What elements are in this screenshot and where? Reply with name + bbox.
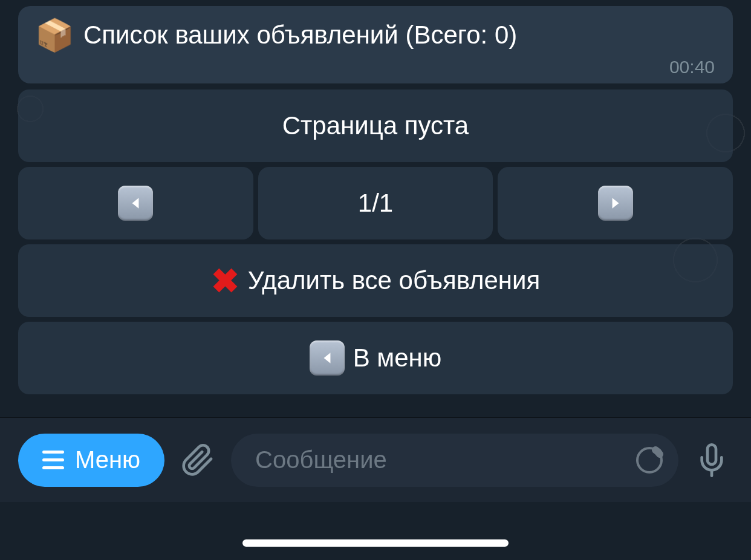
- back-to-menu-label: В меню: [353, 343, 442, 373]
- input-bar: Меню: [0, 417, 751, 502]
- bot-message-bubble: 📦 Список ваших объявлений (Всего: 0) 00:…: [18, 6, 733, 83]
- sticker-icon: [635, 446, 664, 475]
- attach-button[interactable]: [177, 439, 219, 481]
- chat-area: 📦 Список ваших объявлений (Всего: 0) 00:…: [0, 0, 751, 394]
- menu-button[interactable]: Меню: [18, 434, 164, 487]
- inline-keyboard: Страница пуста 1/1 ✖ Удалить все объявле: [18, 90, 733, 394]
- arrow-left-icon: [118, 186, 153, 221]
- arrow-left-icon: [310, 340, 345, 376]
- sticker-button[interactable]: [632, 443, 666, 477]
- delete-all-label: Удалить все объявления: [248, 266, 541, 295]
- message-input[interactable]: [255, 446, 626, 474]
- page-indicator-label: 1/1: [358, 189, 393, 218]
- prev-page-button[interactable]: [18, 167, 253, 239]
- arrow-right-icon: [598, 186, 633, 221]
- empty-page-label: Страница пуста: [282, 111, 469, 140]
- message-input-container: [231, 434, 678, 487]
- paperclip-icon: [181, 443, 215, 477]
- message-text: Список ваших объявлений (Всего: 0): [83, 19, 517, 52]
- page-indicator-button[interactable]: 1/1: [258, 167, 493, 239]
- message-text-row: 📦 Список ваших объявлений (Всего: 0): [36, 17, 715, 53]
- hamburger-icon: [42, 451, 64, 469]
- cross-icon: ✖: [211, 261, 239, 301]
- microphone-icon: [695, 443, 729, 477]
- home-indicator[interactable]: [242, 539, 509, 547]
- next-page-button[interactable]: [498, 167, 733, 239]
- back-to-menu-button[interactable]: В меню: [18, 322, 733, 394]
- empty-page-button[interactable]: Страница пуста: [18, 90, 733, 162]
- menu-button-label: Меню: [75, 446, 140, 474]
- microphone-button[interactable]: [691, 439, 733, 481]
- delete-all-button[interactable]: ✖ Удалить все объявления: [18, 244, 733, 317]
- message-timestamp: 00:40: [36, 57, 715, 77]
- package-icon: 📦: [36, 17, 73, 53]
